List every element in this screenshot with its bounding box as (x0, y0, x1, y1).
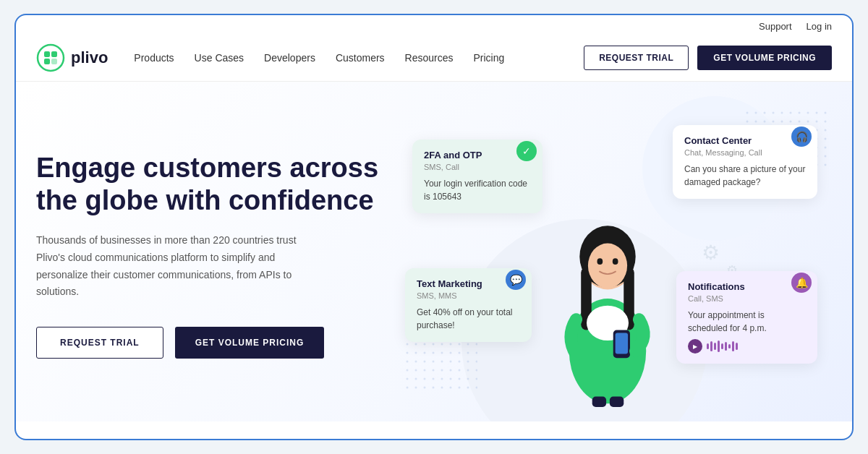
headset-icon: 🎧 (791, 127, 812, 147)
bell-icon: 🔔 (791, 273, 812, 293)
nav-products[interactable]: Products (134, 52, 174, 64)
nav-request-trial-button[interactable]: REQUEST TRIAL (584, 46, 689, 70)
nav-resources[interactable]: Resources (405, 52, 454, 64)
svg-point-16 (613, 258, 618, 265)
card-contact-subtitle: Chat, Messaging, Call (684, 148, 806, 157)
navbar: plivo Products Use Cases Developers Cust… (16, 38, 852, 82)
hero-description: Thousands of businesses in more than 220… (36, 232, 311, 301)
person-illustration (535, 190, 680, 407)
hero-request-trial-button[interactable]: REQUEST TRIAL (36, 327, 163, 359)
plivo-logo-icon (36, 43, 65, 72)
nav-pricing[interactable]: Pricing (474, 52, 505, 64)
audio-play-button[interactable]: ▶ (688, 339, 702, 354)
nav-use-cases[interactable]: Use Cases (195, 52, 244, 64)
support-link[interactable]: Support (759, 21, 792, 32)
card-marketing-subtitle: SMS, MMS (417, 291, 520, 300)
hero-left: Engage customers across the globe with c… (36, 152, 383, 359)
audio-waves (707, 340, 738, 352)
svg-rect-8 (405, 342, 477, 393)
nav-links: Products Use Cases Developers Customers … (134, 52, 584, 64)
audio-bar: ▶ (688, 339, 806, 354)
card-contact-title: Contact Center (684, 135, 806, 146)
card-marketing-body: Get 40% off on your total purchase! (417, 306, 520, 332)
svg-rect-1 (44, 51, 50, 57)
nav-customers[interactable]: Customers (336, 52, 385, 64)
hero-right: ⚙ ⚙ ✓ 2FA and OTP SMS, Call Your login v… (383, 103, 832, 407)
check-icon: ✓ (516, 141, 537, 161)
svg-rect-21 (610, 396, 624, 407)
card-notifications: 🔔 Notifications Call, SMS Your appointme… (676, 271, 817, 364)
chat-icon: 💬 (506, 270, 526, 290)
nav-actions: REQUEST TRIAL GET VOLUME PRICING (584, 46, 832, 70)
card-notifications-title: Notifications (688, 281, 806, 292)
svg-rect-2 (51, 51, 57, 57)
card-contact: 🎧 Contact Center Chat, Messaging, Call C… (673, 125, 817, 199)
svg-rect-20 (592, 396, 606, 407)
svg-point-0 (38, 45, 64, 71)
nav-developers[interactable]: Developers (264, 52, 315, 64)
card-marketing: 💬 Text Marketing SMS, MMS Get 40% off on… (405, 268, 532, 342)
card-marketing-title: Text Marketing (417, 278, 520, 289)
card-2fa-body: Your login verification code is 105643 (424, 177, 531, 203)
top-bar: Support Log in (16, 15, 852, 38)
svg-point-14 (588, 244, 627, 288)
card-notifications-subtitle: Call, SMS (688, 294, 806, 303)
nav-get-volume-pricing-button[interactable]: GET VOLUME PRICING (697, 46, 832, 70)
login-link[interactable]: Log in (807, 21, 832, 32)
hero-title: Engage customers across the globe with c… (36, 152, 383, 218)
svg-rect-3 (44, 59, 50, 64)
dot-grid-bottom (405, 342, 477, 393)
logo[interactable]: plivo (36, 43, 108, 72)
svg-rect-4 (51, 59, 57, 64)
svg-rect-19 (616, 333, 628, 354)
hero-get-volume-pricing-button[interactable]: GET VOLUME PRICING (175, 327, 325, 359)
card-contact-body: Can you share a picture of your damaged … (684, 163, 806, 189)
card-notifications-body: Your appointment is scheduled for 4 p.m. (688, 309, 806, 335)
logo-text: plivo (71, 48, 108, 67)
browser-frame: Support Log in plivo Products Use Cases … (14, 14, 854, 440)
gear-icon-1: ⚙ (702, 241, 720, 265)
card-2fa-title: 2FA and OTP (424, 150, 531, 160)
card-2fa: ✓ 2FA and OTP SMS, Call Your login verif… (412, 140, 542, 213)
svg-point-15 (597, 258, 603, 265)
card-2fa-subtitle: SMS, Call (424, 163, 531, 171)
hero-section: Engage customers across the globe with c… (16, 82, 852, 421)
hero-actions: REQUEST TRIAL GET VOLUME PRICING (36, 327, 383, 359)
